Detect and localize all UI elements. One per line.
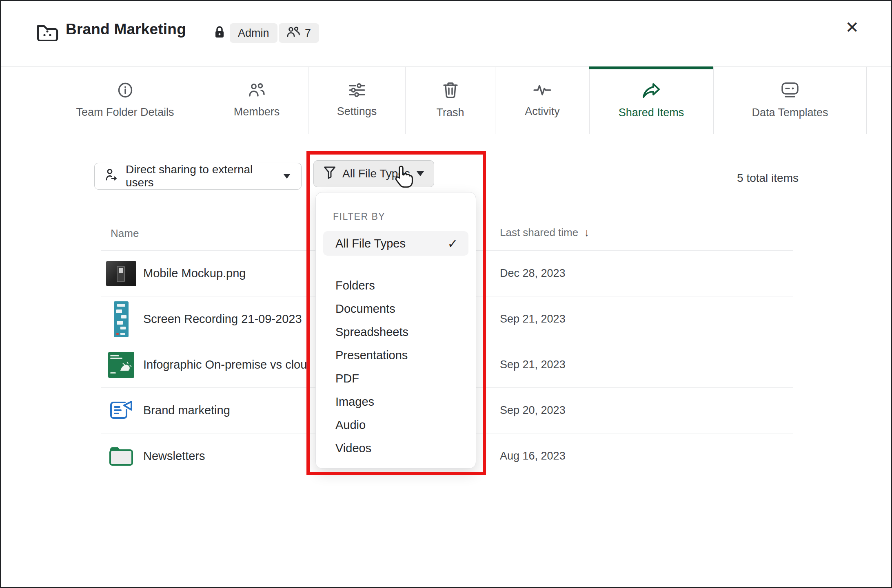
data-template-icon bbox=[781, 82, 799, 98]
tab-activity[interactable]: Activity bbox=[495, 67, 589, 134]
file-name: Newsletters bbox=[143, 449, 205, 463]
info-icon bbox=[118, 82, 133, 98]
dropdown-option-documents[interactable]: Documents bbox=[335, 297, 476, 321]
share-arrow-icon bbox=[642, 82, 660, 98]
dropdown-options-list: Folders Documents Spreadsheets Presentat… bbox=[316, 264, 476, 460]
tab-bar: Team Folder Details Members bbox=[1, 66, 892, 134]
person-share-icon bbox=[105, 168, 118, 184]
dropdown-option-videos[interactable]: Videos bbox=[335, 437, 476, 460]
file-thumbnail-infographic bbox=[106, 352, 137, 378]
last-shared-date: Sep 20, 2023 bbox=[500, 404, 566, 417]
share-type-filter-label: Direct sharing to external users bbox=[126, 163, 276, 189]
tab-spacer bbox=[1, 67, 45, 134]
close-icon[interactable]: ✕ bbox=[845, 19, 859, 35]
sort-descending-icon: ↓ bbox=[584, 226, 590, 239]
funnel-filter-icon bbox=[324, 166, 336, 182]
dropdown-option-all-file-types[interactable]: All File Types ✓ bbox=[323, 231, 468, 256]
file-name: Infographic On-premise vs clou bbox=[143, 358, 307, 371]
file-name: Mobile Mockup.png bbox=[143, 267, 246, 280]
file-name: Brand marketing bbox=[143, 404, 230, 417]
file-thumbnail-video bbox=[106, 301, 137, 337]
tab-shared-items[interactable]: Shared Items bbox=[589, 67, 713, 134]
tab-label: Members bbox=[234, 106, 280, 118]
dropdown-option-audio[interactable]: Audio bbox=[335, 413, 476, 437]
activity-pulse-icon bbox=[533, 83, 551, 97]
column-header-label: Last shared time bbox=[500, 226, 578, 239]
selected-option-label: All File Types bbox=[335, 237, 406, 250]
last-shared-date: Dec 28, 2023 bbox=[500, 267, 566, 280]
tab-label: Trash bbox=[436, 106, 464, 119]
folder-icon bbox=[106, 446, 137, 466]
tab-label: Shared Items bbox=[619, 106, 684, 119]
people-icon bbox=[287, 27, 300, 40]
page-title: Brand Marketing bbox=[66, 21, 186, 38]
dropdown-option-spreadsheets[interactable]: Spreadsheets bbox=[335, 321, 476, 344]
team-folder-dialog: Brand Marketing Admin 7 ✕ bbox=[0, 0, 892, 588]
presentation-doc-icon bbox=[106, 400, 137, 421]
dropdown-section-label: FILTER BY bbox=[333, 211, 476, 222]
dropdown-option-images[interactable]: Images bbox=[335, 390, 476, 413]
members-count-badge[interactable]: 7 bbox=[279, 23, 319, 43]
share-type-filter-button[interactable]: Direct sharing to external users bbox=[94, 163, 302, 190]
caret-down-icon bbox=[283, 174, 291, 179]
tab-label: Settings bbox=[337, 105, 377, 118]
file-type-filter-button[interactable]: All File Types bbox=[313, 160, 434, 187]
column-header-last-shared[interactable]: Last shared time ↓ bbox=[500, 226, 590, 239]
members-icon bbox=[249, 83, 265, 97]
members-count: 7 bbox=[305, 27, 311, 40]
last-shared-date: Aug 16, 2023 bbox=[500, 450, 566, 462]
trash-icon bbox=[443, 82, 458, 98]
total-items-count: 5 total items bbox=[737, 172, 799, 185]
last-shared-date: Sep 21, 2023 bbox=[500, 358, 566, 371]
file-type-filter-dropdown: FILTER BY All File Types ✓ Folders Docum… bbox=[315, 192, 476, 469]
tab-team-folder-details[interactable]: Team Folder Details bbox=[45, 67, 205, 134]
team-folder-icon bbox=[36, 22, 59, 43]
dropdown-option-presentations[interactable]: Presentations bbox=[335, 344, 476, 367]
tab-label: Team Folder Details bbox=[76, 106, 174, 119]
last-shared-date: Sep 21, 2023 bbox=[500, 313, 566, 325]
settings-sliders-icon bbox=[349, 83, 365, 97]
tab-label: Data Templates bbox=[752, 106, 828, 119]
dropdown-option-pdf[interactable]: PDF bbox=[335, 367, 476, 390]
tab-members[interactable]: Members bbox=[205, 67, 308, 134]
tab-trash[interactable]: Trash bbox=[405, 67, 495, 134]
file-name: Screen Recording 21-09-2023 bbox=[143, 312, 302, 326]
file-type-filter-label: All File Types bbox=[342, 167, 410, 180]
file-thumbnail-image bbox=[106, 261, 137, 286]
tab-settings[interactable]: Settings bbox=[308, 67, 405, 134]
check-icon: ✓ bbox=[448, 237, 458, 251]
lock-icon bbox=[214, 26, 225, 40]
tab-data-templates[interactable]: Data Templates bbox=[713, 67, 867, 134]
column-header-name: Name bbox=[111, 227, 139, 240]
caret-down-icon bbox=[417, 171, 424, 176]
role-badge: Admin bbox=[230, 23, 277, 43]
tab-spacer bbox=[867, 67, 892, 134]
dialog-header: Brand Marketing Admin 7 ✕ bbox=[1, 1, 891, 66]
tab-label: Activity bbox=[525, 105, 560, 118]
dropdown-option-folders[interactable]: Folders bbox=[335, 274, 476, 297]
